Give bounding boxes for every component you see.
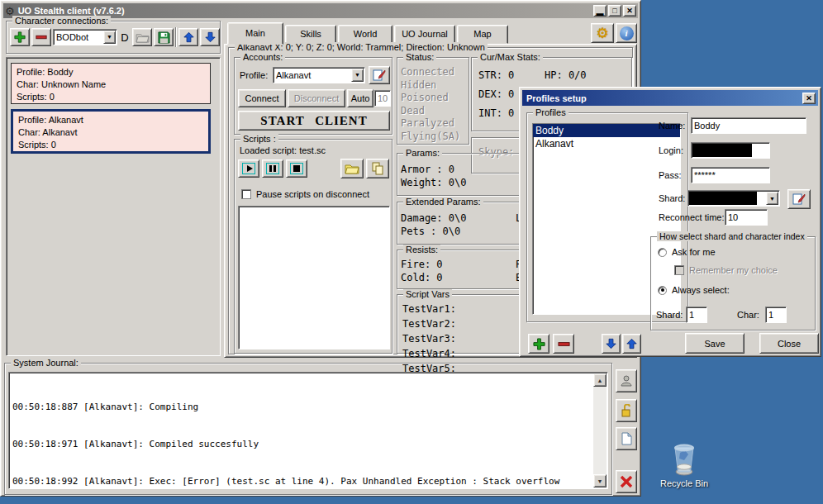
close-dialog-button[interactable]: Close [759,333,819,354]
shard-combo-dropdown-button[interactable]: ▼ [766,192,778,205]
character-connections-group: Character connections: BODbot ▼ D [6,21,221,54]
d-button[interactable]: D [119,31,131,44]
remove-connection-button[interactable] [31,28,51,46]
new-journal-button[interactable] [616,427,637,450]
remember-choice-checkbox[interactable] [674,265,684,275]
add-profile-button[interactable] [528,334,549,354]
copy-script-button[interactable] [366,159,389,178]
open-connection-button[interactable] [132,28,152,46]
ask-for-me-radio[interactable] [658,248,667,257]
profile-combo-value: Alkanavt [276,70,311,80]
move-down-button[interactable] [200,28,220,46]
tab-skills[interactable]: Skills [285,25,336,44]
param-damage: Damage: 0\0 [401,212,466,224]
card-profile: Profile: Alkanavt [18,114,203,126]
info-icon: i [620,26,634,40]
remove-profile-button[interactable] [553,334,574,354]
login-label: Login: [659,145,683,155]
pause-script-button[interactable] [262,159,283,178]
profile-move-up-button[interactable] [622,334,641,354]
clear-journal-button[interactable] [616,470,637,493]
dialog-titlebar[interactable]: Profiles setup ✕ [522,90,818,106]
ask-for-me-label: Ask for me [672,247,716,257]
stop-icon [290,163,303,174]
auto-interval-field[interactable]: 10 [374,90,391,107]
testvar2: TestVar2: [402,316,456,331]
open-script-button[interactable] [340,159,364,178]
stat-str: STR: 0 [478,69,514,81]
maximize-button[interactable]: □ [608,5,621,17]
plus-icon [14,31,26,43]
start-client-button[interactable]: START CLIENT [238,111,390,131]
character-info-button[interactable] [616,369,637,392]
recycle-bin[interactable]: Recycle Bin [649,442,719,488]
connection-list: Profile: Boddy Char: Unknown Name Script… [6,57,221,356]
accounts-group: Accounts: Profile: Alkanavt ▼ Connect Di… [234,57,392,135]
testvar4: TestVar4: [402,346,456,361]
card-char: Char: Alkanavt [18,126,203,139]
move-up-button[interactable] [178,28,198,46]
connection-card-alkanavt[interactable]: Profile: Alkanavt Char: Alkanavt Scripts… [11,109,211,154]
loaded-script-label: Loaded script: test.sc [240,145,326,155]
param-armor: Armor : 0 [401,164,454,175]
close-button[interactable]: ✕ [623,5,636,17]
how-select-label: How select shard and character index [657,231,807,241]
tab-uo-journal[interactable]: UO Journal [394,25,455,44]
script-list[interactable] [238,206,390,349]
save-connection-button[interactable] [154,28,174,46]
login-redaction [692,144,752,157]
profile-combo[interactable]: Alkanavt ▼ [273,67,365,83]
red-x-icon [619,474,634,489]
select-shard-field[interactable] [686,307,707,323]
scripts-label: Scripts : [240,134,278,144]
tab-map[interactable]: Map [457,25,508,44]
settings-button[interactable]: ⚙ [591,23,614,43]
scroll-up-button[interactable]: ▲ [593,373,607,387]
journal-scrollbar[interactable]: ▲ ▼ [593,373,607,487]
always-select-radio[interactable] [658,286,667,295]
save-button[interactable]: Save [685,333,745,354]
tab-main[interactable]: Main [227,22,283,45]
edit-profiles-button[interactable] [369,66,390,84]
script-vars-label: Script Vars [403,289,452,299]
play-icon [242,163,255,174]
login-field[interactable] [691,142,770,159]
pause-icon [266,163,279,174]
profile-move-down-button[interactable] [602,334,621,354]
name-field[interactable] [691,117,806,134]
name-label: Name: [659,121,685,131]
scroll-down-button[interactable]: ▼ [593,474,607,487]
accounts-label: Accounts: [240,52,285,62]
how-select-group: How select shard and character index Ask… [650,236,816,330]
profile-combo-dropdown-button[interactable]: ▼ [351,69,364,82]
gear-icon: ⚙ [596,25,608,42]
minimize-button[interactable]: ▬ [593,5,607,17]
journal-text[interactable]: 00:50:18:887 [Alkanavt]: Compiling 00:50… [12,376,591,487]
dialog-close-icon-button[interactable]: ✕ [802,93,816,104]
stop-script-button[interactable] [286,159,307,178]
add-connection-button[interactable] [10,28,30,46]
padlock-open-icon [621,404,632,417]
pass-field[interactable] [691,167,770,183]
play-script-button[interactable] [238,159,259,178]
edit-shard-button[interactable] [787,189,811,209]
info-button[interactable]: i [616,23,637,43]
journal-box: 00:50:18:887 [Alkanavt]: Compiling 00:50… [8,372,608,489]
connection-combo[interactable]: BODbot ▼ [53,29,117,45]
auto-button[interactable]: Auto [347,89,373,107]
disconnect-button[interactable]: Disconnect [288,89,345,107]
minus-icon [36,31,47,43]
pass-label: Pass: [659,170,682,180]
pause-scripts-checkbox[interactable] [241,189,251,199]
document-icon [621,432,632,445]
reconnect-field[interactable] [725,209,768,226]
combo-dropdown-button[interactable]: ▼ [103,31,116,44]
tab-world[interactable]: World [338,25,392,44]
connection-card-boddy[interactable]: Profile: Boddy Char: Unknown Name Script… [11,63,211,104]
select-char-field[interactable] [765,307,787,323]
param-pets: Pets : 0\0 [401,226,460,237]
shard-combo[interactable]: ▼ [687,190,780,207]
recycle-bin-icon [668,442,700,477]
connect-button[interactable]: Connect [238,89,286,107]
lock-journal-button[interactable] [616,399,637,422]
